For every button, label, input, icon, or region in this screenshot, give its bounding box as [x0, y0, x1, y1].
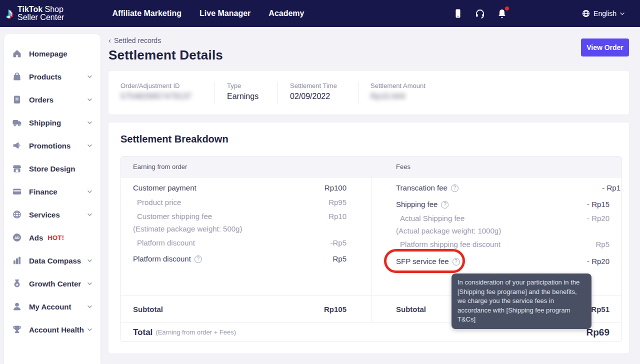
- language-label: English: [594, 10, 616, 18]
- row-product-price: Product price Rp95: [121, 198, 372, 208]
- bar-chart-icon: [12, 256, 22, 266]
- row-actual-package-weight: (Actual package weight: 1000g): [372, 226, 622, 236]
- row-platform-discount: Platform discount Rp5: [121, 254, 372, 264]
- field-settlement-time: Settlement Time 02/09/2022: [290, 82, 358, 104]
- row-customer-shipping-fee: Customer shipping fee Rp10: [121, 212, 372, 222]
- chevron-down-icon: [87, 305, 92, 308]
- field-settlement-amount: Settlement Amount Rp10.644: [370, 82, 438, 104]
- navbar-icon-group: [452, 8, 508, 19]
- top-nav-links: Affiliate Marketing Live Manager Academy: [112, 9, 304, 18]
- storefront-icon: [12, 164, 22, 174]
- row-platform-discount-sub: Platform discount -Rp5: [121, 238, 372, 248]
- breadcrumb-label: Settled records: [114, 36, 161, 44]
- chevron-down-icon: [87, 98, 92, 102]
- sidebar-item-homepage[interactable]: Homepage: [4, 42, 100, 65]
- mobile-app-icon[interactable]: [452, 8, 464, 19]
- notifications-bell-icon[interactable]: [496, 8, 508, 19]
- sidebar-item-my-account[interactable]: My Account: [4, 295, 100, 318]
- sidebar-item-account-health[interactable]: Account Health: [4, 318, 100, 341]
- row-shipping-fee: Shipping fee - Rp15: [372, 200, 622, 210]
- credit-card-icon: [12, 186, 22, 196]
- column-header-fees: Fees: [372, 156, 622, 177]
- truck-icon: [12, 118, 22, 128]
- logo-text: TikTok Shop Seller Center: [18, 6, 64, 22]
- chevron-down-icon: [620, 12, 625, 16]
- chevron-down-icon: [87, 121, 92, 124]
- row-platform-shipping-fee-discount: Platform shipping fee discount Rp5: [372, 240, 622, 250]
- language-selector[interactable]: English: [582, 9, 625, 18]
- nav-live-manager[interactable]: Live Manager: [200, 9, 250, 18]
- row-estimate-package-weight: (Estimate package weight: 500g): [121, 224, 372, 234]
- sidebar-item-data-compass[interactable]: Data Compass: [4, 249, 100, 272]
- sidebar-item-ads[interactable]: Ads HOT!: [4, 226, 100, 249]
- support-headset-icon[interactable]: [474, 8, 486, 19]
- trophy-icon: [12, 324, 22, 334]
- sidebar-item-growth-center[interactable]: Growth Center: [4, 272, 100, 295]
- main-content: Settled records Settlement Details View …: [108, 27, 629, 354]
- top-navbar: ♪ TikTok Shop Seller Center Affiliate Ma…: [0, 0, 640, 27]
- settlement-amount-value-redacted: Rp10.644: [370, 92, 426, 101]
- help-icon[interactable]: [452, 258, 460, 266]
- notification-dot: [505, 6, 509, 10]
- row-transaction-fee: Transcation fee - Rp1: [372, 183, 622, 193]
- back-chevron-icon: [108, 36, 111, 44]
- chevron-down-icon: [87, 328, 92, 332]
- settlement-breakdown-card: Settlement Breakdown Earning from order …: [108, 122, 629, 354]
- field-type: Type Earnings: [227, 82, 278, 104]
- earning-column: Customer payment Rp100 Product price Rp9…: [121, 178, 372, 296]
- sidebar-item-shipping[interactable]: Shipping: [4, 111, 100, 134]
- ad-circle-icon: [12, 232, 22, 242]
- user-icon: [12, 302, 22, 312]
- nav-academy[interactable]: Academy: [268, 9, 304, 18]
- breadcrumb[interactable]: Settled records: [108, 36, 161, 44]
- earning-subtotal: Subtotal Rp105: [121, 296, 372, 322]
- sidebar-item-products[interactable]: Products: [4, 65, 100, 88]
- sidebar: Homepage Products Orders Shipping Promot…: [4, 34, 100, 364]
- nav-affiliate-marketing[interactable]: Affiliate Marketing: [112, 9, 182, 18]
- breakdown-table-header: Earning from order Fees: [121, 156, 622, 178]
- megaphone-icon: [12, 140, 22, 150]
- chevron-down-icon: [87, 75, 92, 78]
- field-order-adjustment-id: Order/Adjustment ID 5754826957479137: [120, 82, 215, 104]
- sfp-service-fee-tooltip: In consideration of your participation i…: [452, 274, 592, 329]
- row-actual-shipping-fee: Actual Shipping fee - Rp20: [372, 214, 622, 224]
- view-order-button[interactable]: View Order: [581, 38, 629, 56]
- medal-icon: [12, 278, 22, 288]
- sidebar-item-orders[interactable]: Orders: [4, 88, 100, 111]
- breakdown-title: Settlement Breakdown: [120, 134, 228, 145]
- page-title: Settlement Details: [108, 48, 629, 63]
- globe-icon: [582, 9, 590, 18]
- help-icon[interactable]: [194, 256, 202, 263]
- hot-badge: HOT!: [48, 234, 64, 242]
- chevron-down-icon: [87, 190, 92, 194]
- document-icon: [12, 94, 22, 104]
- chevron-down-icon: [87, 259, 92, 262]
- sidebar-item-store-design[interactable]: Store Design: [4, 157, 100, 180]
- order-id-value-redacted: 5754826957479137: [120, 92, 202, 101]
- settlement-summary-card: Order/Adjustment ID 5754826957479137 Typ…: [108, 71, 629, 114]
- help-icon[interactable]: [441, 201, 448, 208]
- tiktok-logo[interactable]: ♪ TikTok Shop Seller Center: [6, 6, 64, 22]
- sidebar-item-finance[interactable]: Finance: [4, 180, 100, 203]
- chevron-down-icon: [87, 213, 92, 216]
- bag-icon: [12, 72, 22, 82]
- sidebar-item-services[interactable]: Services: [4, 203, 100, 226]
- row-sfp-service-fee: SFP service fee - Rp20: [372, 256, 622, 266]
- chevron-down-icon: [87, 144, 92, 148]
- home-icon: [12, 48, 22, 58]
- globe-icon: [12, 210, 22, 220]
- sidebar-item-promotions[interactable]: Promotions: [4, 134, 100, 157]
- column-header-earning: Earning from order: [121, 156, 372, 177]
- row-customer-payment: Customer payment Rp100: [121, 183, 372, 193]
- total-value: Rp69: [586, 327, 610, 338]
- tiktok-note-icon: ♪: [6, 6, 14, 21]
- help-icon[interactable]: [451, 184, 458, 192]
- chevron-down-icon: [87, 282, 92, 286]
